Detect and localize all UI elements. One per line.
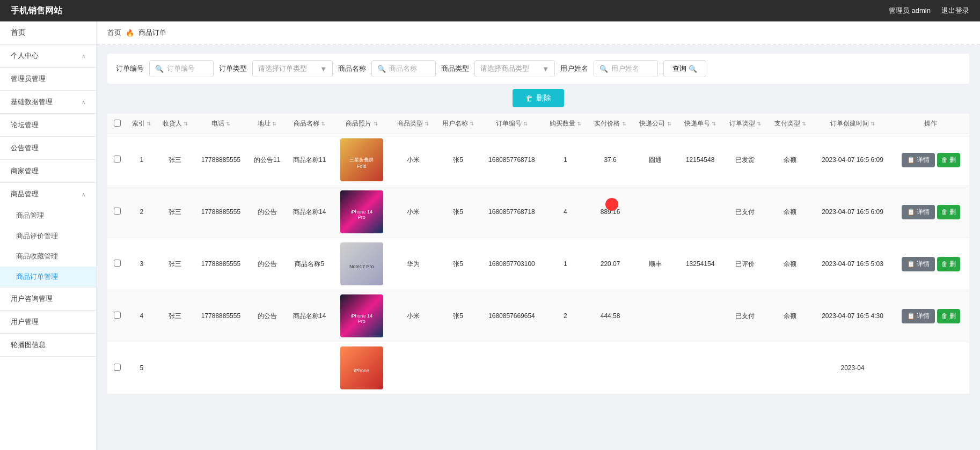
sidebar-group-consult: 用户咨询管理: [0, 287, 96, 311]
cell-price: 37.6: [588, 134, 633, 186]
search-button[interactable]: 查询 🔍: [663, 60, 706, 77]
sidebar-item-product-collect[interactable]: 商品收藏管理: [0, 246, 96, 267]
row-checkbox-cell: [107, 186, 127, 238]
main-content: 首页 🔥 商品订单 订单编号 🔍 订单编号 订单类型 请选择订单类型 ▼ 商品名…: [97, 21, 980, 450]
cell-phone: 17788885555: [194, 290, 247, 342]
cell-receiver: [157, 342, 194, 394]
sidebar-group-title-personal[interactable]: 个人中心 ∧: [0, 45, 96, 67]
cell-pay-type: 余额: [767, 186, 813, 238]
sidebar-item-product-review[interactable]: 商品评价管理: [0, 226, 96, 246]
sidebar-group-title-forum[interactable]: 论坛管理: [0, 114, 96, 136]
detail-button-2[interactable]: 📋 详情: [902, 257, 935, 271]
cell-order-no: 1680857768718: [480, 134, 543, 186]
sidebar-group-notice: 公告管理: [0, 137, 96, 160]
row-checkbox-0[interactable]: [114, 156, 121, 163]
arrow-icon: ∧: [82, 191, 85, 197]
sidebar-group-personal: 个人中心 ∧: [0, 45, 96, 68]
cell-express-no: [678, 290, 723, 342]
table-row: 5 iPhone 2023-04: [107, 342, 969, 394]
cell-express-no: [678, 342, 723, 394]
cell-pay-type: 余额: [767, 238, 813, 290]
th-product-type: 商品类型 ⇅: [391, 114, 436, 134]
cell-product-type: 华为: [391, 238, 436, 290]
batch-delete-button[interactable]: 🗑 删除: [513, 89, 564, 107]
sidebar-group-title-merchant[interactable]: 商家管理: [0, 160, 96, 182]
sidebar-group-title-product[interactable]: 商品管理 ∧: [0, 183, 96, 205]
row-checkbox-3[interactable]: [114, 312, 121, 319]
fire-icon: 🔥: [126, 29, 134, 37]
th-user-name: 用户名称 ⇅: [436, 114, 481, 134]
cell-user-name: 张5: [436, 290, 481, 342]
cell-receiver: 张三: [157, 134, 194, 186]
cell-create-time: 2023-04-07 16:5 5:03: [813, 238, 893, 290]
cell-express-no: 12154548: [678, 134, 723, 186]
table-row: 4 张三 17788885555 的公告 商品名称14 iPhone 14 Pr…: [107, 290, 969, 342]
top-nav: 手机销售网站 管理员 admin 退出登录: [0, 0, 980, 21]
cell-order-no: 1680857703100: [480, 238, 543, 290]
cell-receiver: 张三: [157, 290, 194, 342]
cell-create-time: 2023-04-07 16:5 6:09: [813, 134, 893, 186]
cell-price: 889.16: [588, 186, 633, 238]
select-all-checkbox[interactable]: [114, 120, 121, 127]
row-checkbox-4[interactable]: [114, 364, 121, 371]
table-wrap: 索引 ⇅ 收货人 ⇅ 电话 ⇅ 地址 ⇅ 商品名称 ⇅ 商品照片 ⇅ 商品类型 …: [107, 114, 969, 394]
cell-index: 4: [127, 290, 157, 342]
product-name-input[interactable]: 🔍 商品名称: [371, 60, 436, 77]
delete-button-3[interactable]: 🗑 删: [937, 309, 960, 323]
cell-ops: 📋 详情 🗑 删: [893, 134, 969, 186]
detail-button-3[interactable]: 📋 详情: [902, 309, 935, 323]
cell-pay-type: 余额: [767, 290, 813, 342]
table-row: 3 张三 17788885555 的公告 商品名称5 Note17 Pro 华为…: [107, 238, 969, 290]
sidebar-item-product-manage[interactable]: 商品管理: [0, 205, 96, 226]
sidebar-group-title-admin[interactable]: 管理员管理: [0, 68, 96, 90]
row-checkbox-cell: [107, 342, 127, 394]
cell-address: 的公告: [248, 238, 287, 290]
row-checkbox-1[interactable]: [114, 208, 121, 215]
cell-phone: [194, 342, 247, 394]
cell-product-type: 小米: [391, 134, 436, 186]
sidebar-item-product-order[interactable]: 商品订单管理: [0, 267, 96, 287]
cell-pay-type: 余额: [767, 134, 813, 186]
sidebar-group-title-notice[interactable]: 公告管理: [0, 137, 96, 159]
admin-label: 管理员 admin: [889, 6, 931, 16]
detail-button-0[interactable]: 📋 详情: [902, 153, 935, 167]
delete-button-0[interactable]: 🗑 删: [937, 153, 960, 167]
chevron-down-icon: ▼: [542, 65, 549, 73]
orders-table: 索引 ⇅ 收货人 ⇅ 电话 ⇅ 地址 ⇅ 商品名称 ⇅ 商品照片 ⇅ 商品类型 …: [107, 114, 969, 394]
delete-button-1[interactable]: 🗑 删: [937, 205, 960, 219]
breadcrumb-home[interactable]: 首页: [107, 28, 121, 38]
cell-ops: 📋 详情 🗑 删: [893, 238, 969, 290]
cell-product-type: 小米: [391, 290, 436, 342]
cell-product-type: [391, 342, 436, 394]
cell-user-name: 张5: [436, 238, 481, 290]
cell-receiver: 张三: [157, 186, 194, 238]
cell-qty: 2: [543, 290, 588, 342]
table-header-row: 索引 ⇅ 收货人 ⇅ 电话 ⇅ 地址 ⇅ 商品名称 ⇅ 商品照片 ⇅ 商品类型 …: [107, 114, 969, 134]
cell-product-name: 商品名称11: [287, 134, 333, 186]
sidebar-group-title-banner[interactable]: 轮播图信息: [0, 334, 96, 356]
cell-express: [633, 290, 678, 342]
sidebar-group-banner: 轮播图信息: [0, 334, 96, 357]
row-checkbox-2[interactable]: [114, 260, 121, 267]
sidebar-group-title-consult[interactable]: 用户咨询管理: [0, 287, 96, 310]
user-name-input[interactable]: 🔍 用户姓名: [594, 60, 658, 77]
cell-qty: 1: [543, 134, 588, 186]
detail-button-1[interactable]: 📋 详情: [902, 205, 935, 219]
cell-product-type: 小米: [391, 186, 436, 238]
logout-button[interactable]: 退出登录: [941, 6, 969, 16]
delete-button-2[interactable]: 🗑 删: [937, 257, 960, 271]
cell-product-name: 商品名称5: [287, 238, 333, 290]
content-area: 订单编号 🔍 订单编号 订单类型 请选择订单类型 ▼ 商品名称 🔍 商品名称 商…: [97, 45, 980, 403]
cell-price: 220.07: [588, 238, 633, 290]
cell-index: 5: [127, 342, 157, 394]
search-icon: 🔍: [155, 65, 164, 73]
sidebar-home[interactable]: 首页: [0, 21, 96, 45]
cell-order-no: [480, 342, 543, 394]
sidebar-group-admin: 管理员管理: [0, 68, 96, 91]
cell-express: [633, 342, 678, 394]
order-no-input[interactable]: 🔍 订单编号: [149, 60, 214, 77]
product-type-select[interactable]: 请选择商品类型 ▼: [474, 60, 555, 77]
sidebar-group-title-user[interactable]: 用户管理: [0, 311, 96, 333]
sidebar-group-title-base[interactable]: 基础数据管理 ∧: [0, 91, 96, 113]
order-type-select[interactable]: 请选择订单类型 ▼: [252, 60, 333, 77]
